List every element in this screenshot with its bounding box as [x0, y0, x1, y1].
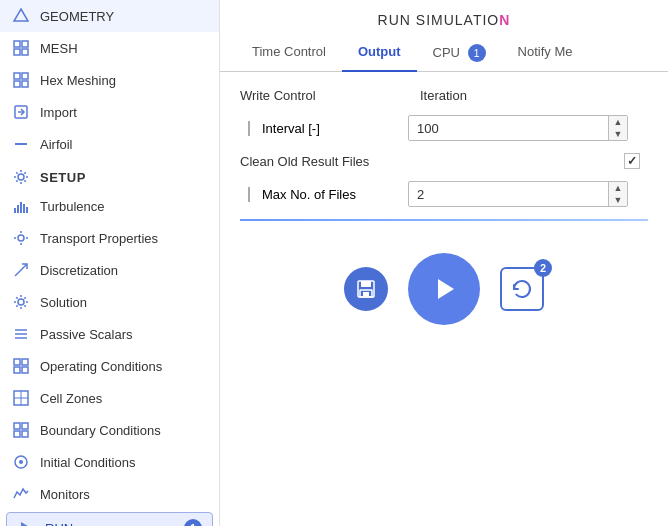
max-files-input[interactable]: [409, 183, 608, 206]
sidebar-section-label: SETUP: [40, 170, 86, 185]
section-divider: [240, 219, 648, 221]
svg-rect-24: [14, 359, 20, 365]
write-control-row: Write Control Iteration: [240, 88, 648, 103]
svg-marker-0: [14, 9, 28, 21]
sidebar-item-transport-properties[interactable]: Transport Properties: [0, 222, 219, 254]
svg-rect-41: [363, 292, 369, 296]
sidebar-item-label: Passive Scalars: [40, 327, 132, 342]
interval-spinners: ▲ ▼: [608, 116, 627, 140]
max-files-spin-down[interactable]: ▼: [609, 194, 627, 206]
write-control-label: Write Control: [240, 88, 420, 103]
interval-input[interactable]: [409, 117, 608, 140]
max-files-spinners: ▲ ▼: [608, 182, 627, 206]
sidebar-item-hex-meshing[interactable]: Hex Meshing: [0, 64, 219, 96]
passive-scalars-icon: [12, 325, 30, 343]
max-files-spin-up[interactable]: ▲: [609, 182, 627, 194]
svg-rect-34: [22, 431, 28, 437]
svg-rect-8: [22, 81, 28, 87]
sidebar-item-label: Discretization: [40, 263, 118, 278]
svg-point-20: [18, 299, 24, 305]
svg-rect-2: [22, 41, 28, 47]
sidebar-item-operating-conditions[interactable]: Operating Conditions: [0, 350, 219, 382]
cell-zones-icon: [12, 389, 30, 407]
tab-notify-me[interactable]: Notify Me: [502, 36, 589, 72]
action-area: 2: [240, 237, 648, 341]
sidebar-item-passive-scalars[interactable]: Passive Scalars: [0, 318, 219, 350]
sidebar-item-label: Turbulence: [40, 199, 105, 214]
svg-rect-6: [22, 73, 28, 79]
svg-rect-17: [26, 207, 28, 213]
sidebar-item-cell-zones[interactable]: Cell Zones: [0, 382, 219, 414]
svg-point-36: [19, 460, 23, 464]
sidebar-item-discretization[interactable]: Discretization: [0, 254, 219, 286]
sidebar-item-label: GEOMETRY: [40, 9, 114, 24]
max-files-row: Max No. of Files ▲ ▼: [240, 181, 648, 207]
svg-rect-39: [361, 281, 371, 287]
svg-rect-26: [14, 367, 20, 373]
sidebar-item-label: MESH: [40, 41, 78, 56]
form-content: Write Control Iteration Interval [-] ▲ ▼…: [220, 72, 668, 526]
airfoil-icon: [12, 135, 30, 153]
svg-rect-31: [14, 423, 20, 429]
sidebar-item-boundary-conditions[interactable]: Boundary Conditions: [0, 414, 219, 446]
sidebar-item-label: Monitors: [40, 487, 90, 502]
geometry-icon: [12, 7, 30, 25]
tab-output[interactable]: Output: [342, 36, 417, 72]
write-control-value: Iteration: [420, 88, 467, 103]
sidebar-item-import[interactable]: Import: [0, 96, 219, 128]
mesh-icon: [12, 39, 30, 57]
svg-marker-42: [438, 279, 454, 299]
tab-cpu[interactable]: CPU 1: [417, 36, 502, 72]
clean-old-label: Clean Old Result Files: [240, 154, 420, 169]
page-title: RUN SIMULATION: [220, 0, 668, 36]
turbulence-icon: [12, 197, 30, 215]
svg-rect-27: [22, 367, 28, 373]
main-content: RUN SIMULATION Time Control Output CPU 1…: [220, 0, 668, 526]
interval-spin-up[interactable]: ▲: [609, 116, 627, 128]
run-badge: 1: [184, 519, 202, 526]
svg-point-12: [18, 174, 24, 180]
sidebar-item-airfoil[interactable]: Airfoil: [0, 128, 219, 160]
clean-old-checkbox[interactable]: [624, 153, 640, 169]
sidebar-item-label: Import: [40, 105, 77, 120]
restart-badge: 2: [534, 259, 552, 277]
interval-input-wrap: ▲ ▼: [408, 115, 628, 141]
monitors-icon: [12, 485, 30, 503]
boundary-conditions-icon: [12, 421, 30, 439]
sidebar-item-label: Hex Meshing: [40, 73, 116, 88]
svg-rect-25: [22, 359, 28, 365]
operating-conditions-icon: [12, 357, 30, 375]
cpu-badge: 1: [468, 44, 486, 62]
app-container: GEOMETRY MESH Hex Meshing Import Airfoil: [0, 0, 668, 526]
tab-time-control[interactable]: Time Control: [236, 36, 342, 72]
transport-icon: [12, 229, 30, 247]
sidebar-item-label: Cell Zones: [40, 391, 102, 406]
clean-old-row: Clean Old Result Files: [240, 153, 648, 169]
tab-bar: Time Control Output CPU 1 Notify Me: [220, 36, 668, 72]
interval-spin-down[interactable]: ▼: [609, 128, 627, 140]
sidebar-section-setup: SETUP: [0, 160, 219, 190]
sidebar-item-run[interactable]: RUN 1: [6, 512, 213, 526]
setup-icon: [12, 168, 30, 186]
discretization-icon: [12, 261, 30, 279]
save-button[interactable]: [344, 267, 388, 311]
svg-rect-7: [14, 81, 20, 87]
max-files-label: Max No. of Files: [248, 187, 408, 202]
sidebar-item-geometry[interactable]: GEOMETRY: [0, 0, 219, 32]
interval-row: Interval [-] ▲ ▼: [240, 115, 648, 141]
sidebar-item-mesh[interactable]: MESH: [0, 32, 219, 64]
run-icon: [17, 519, 35, 526]
sidebar-item-label: Boundary Conditions: [40, 423, 161, 438]
sidebar-item-turbulence[interactable]: Turbulence: [0, 190, 219, 222]
svg-rect-33: [14, 431, 20, 437]
sidebar-item-label: Transport Properties: [40, 231, 158, 246]
svg-rect-32: [22, 423, 28, 429]
restart-button-wrap: 2: [500, 267, 544, 311]
play-button[interactable]: [408, 253, 480, 325]
sidebar-item-solution[interactable]: Solution: [0, 286, 219, 318]
sidebar-item-monitors[interactable]: Monitors: [0, 478, 219, 510]
svg-line-19: [15, 264, 27, 276]
sidebar-item-initial-conditions[interactable]: Initial Conditions: [0, 446, 219, 478]
svg-rect-16: [23, 204, 25, 213]
initial-conditions-icon: [12, 453, 30, 471]
